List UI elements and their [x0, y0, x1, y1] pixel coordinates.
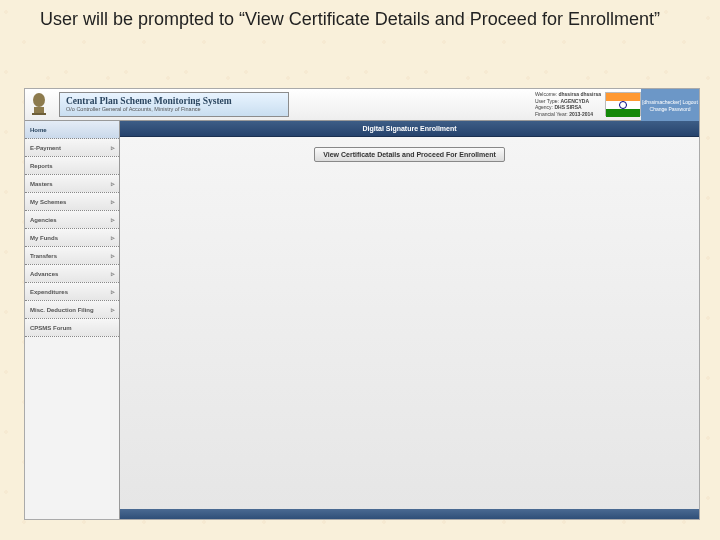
svg-point-0: [33, 93, 45, 107]
sidebar-item-reports[interactable]: Reports: [25, 157, 119, 175]
change-password-link[interactable]: Change Password: [650, 106, 691, 112]
sidebar-item-miscdeduction[interactable]: Misc. Deduction Filing▹: [25, 301, 119, 319]
chevron-right-icon: ▹: [111, 216, 115, 224]
chevron-right-icon: ▹: [111, 180, 115, 188]
sidebar-item-transfers[interactable]: Transfers▹: [25, 247, 119, 265]
chevron-right-icon: ▹: [111, 288, 115, 296]
header-corner: [dhssirsachecker] Logout Change Password: [641, 89, 699, 121]
chevron-right-icon: ▹: [111, 270, 115, 278]
sidebar-item-masters[interactable]: Masters▹: [25, 175, 119, 193]
sidebar-item-agencies[interactable]: Agencies▹: [25, 211, 119, 229]
emblem-icon: [25, 89, 53, 120]
chevron-right-icon: ▹: [111, 234, 115, 242]
app-window: Central Plan Scheme Monitoring System O/…: [24, 88, 700, 520]
logout-link[interactable]: Logout: [683, 99, 698, 105]
sidebar-item-cpsmsforum[interactable]: CPSMS Forum: [25, 319, 119, 337]
corner-user: [dhssirsachecker]: [642, 99, 681, 105]
svg-rect-2: [32, 113, 46, 115]
footer-bar: [120, 509, 699, 519]
sidebar-item-epayment[interactable]: E-Payment▹: [25, 139, 119, 157]
chevron-right-icon: ▹: [111, 198, 115, 206]
app-header: Central Plan Scheme Monitoring System O/…: [25, 89, 699, 121]
sidebar-item-advances[interactable]: Advances▹: [25, 265, 119, 283]
chevron-right-icon: ▹: [111, 252, 115, 260]
app-title-box: Central Plan Scheme Monitoring System O/…: [59, 92, 289, 117]
sidebar: Home E-Payment▹ Reports Masters▹ My Sche…: [25, 121, 120, 519]
sidebar-item-home[interactable]: Home: [25, 121, 119, 139]
page-heading: Digital Signature Enrollment: [120, 121, 699, 137]
layout: Home E-Payment▹ Reports Masters▹ My Sche…: [25, 121, 699, 519]
app-subtitle: O/o Controller General of Accounts, Mini…: [66, 107, 282, 113]
app-title: Central Plan Scheme Monitoring System: [66, 97, 282, 107]
svg-rect-1: [34, 107, 44, 113]
sidebar-item-expenditures[interactable]: Expenditures▹: [25, 283, 119, 301]
chevron-right-icon: ▹: [111, 144, 115, 152]
instruction-text: User will be prompted to “View Certifica…: [40, 8, 680, 31]
content-area: Digital Signature Enrollment View Certif…: [120, 121, 699, 519]
sidebar-item-myschemes[interactable]: My Schemes▹: [25, 193, 119, 211]
flag-icon: [605, 92, 641, 116]
sidebar-item-myfunds[interactable]: My Funds▹: [25, 229, 119, 247]
view-certificate-button[interactable]: View Certificate Details and Proceed For…: [314, 147, 505, 162]
header-userinfo: Welcome: dhssirsa dhssirsa User Type: AG…: [535, 91, 601, 117]
chevron-right-icon: ▹: [111, 306, 115, 314]
center-area: View Certificate Details and Proceed For…: [120, 137, 699, 509]
